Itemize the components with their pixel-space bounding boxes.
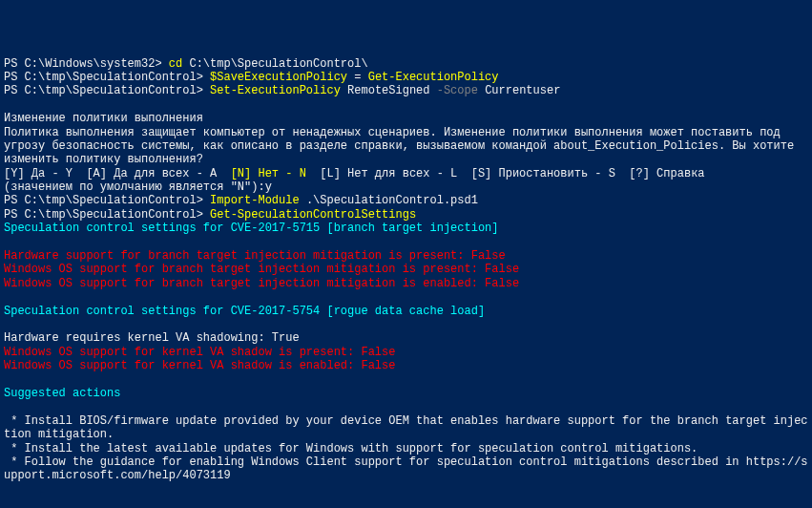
terminal-line: Hardware support for branch target injec… [4, 249, 808, 263]
terminal-line: Hardware requires kernel VA shadowing: T… [4, 331, 808, 345]
terminal-line [4, 373, 808, 387]
terminal-text: Hardware requires kernel VA shadowing: T… [4, 331, 300, 345]
terminal-line: угрозу безопасность системы, как описано… [4, 139, 808, 153]
terminal-line: (значением по умолчанию является "N"):y [4, 180, 808, 194]
terminal-text: -Scope [437, 84, 485, 97]
terminal-text: PS C:\tmp\SpeculationControl> [4, 71, 210, 84]
terminal-text: RemoteSigned [347, 84, 437, 97]
terminal-text: = [354, 71, 367, 84]
terminal-line [4, 98, 808, 112]
terminal-text: PS C:\tmp\SpeculationControl> [4, 208, 210, 222]
terminal-line: Изменение политики выполнения [4, 112, 808, 125]
terminal-line: Windows OS support for branch target inj… [4, 263, 808, 276]
terminal-line: PS C:\tmp\SpeculationControl> Set-Execut… [4, 84, 808, 97]
terminal-text: Speculation control settings for CVE-201… [4, 305, 485, 318]
terminal-text: Speculation control settings for CVE-201… [4, 222, 498, 235]
terminal-text: угрозу безопасность системы, как описано… [4, 139, 794, 153]
terminal-text: * Follow the guidance for enabling Windo… [4, 455, 808, 482]
terminal-text: Set-ExecutionPolicy [210, 84, 347, 97]
terminal-line: PS C:\Windows\system32> cd C:\tmp\Specul… [4, 57, 808, 71]
terminal-line [4, 236, 808, 249]
terminal-line: Windows OS support for branch target inj… [4, 277, 808, 290]
terminal-line: * Install BIOS/firmware update provided … [4, 414, 808, 442]
terminal-line: PS C:\tmp\SpeculationControl> $SaveExecu… [4, 71, 808, 84]
terminal-text: изменить политику выполнения? [4, 153, 203, 166]
terminal-text: PS C:\Windows\system32> [4, 57, 169, 71]
terminal-line: Suggested actions [4, 387, 808, 400]
terminal-line [4, 497, 808, 508]
terminal-text: * Install BIOS/firmware update provided … [4, 414, 808, 441]
terminal-line [4, 318, 808, 331]
terminal-text: Windows OS support for kernel VA shadow … [4, 346, 395, 359]
terminal-line: [Y] Да - Y [A] Да для всех - A [N] Нет -… [4, 167, 808, 180]
terminal-line: * Install the latest available updates f… [4, 442, 808, 455]
terminal-text: PS C:\tmp\SpeculationControl> [4, 84, 210, 97]
terminal-line [4, 290, 808, 304]
terminal-text: Get-ExecutionPolicy [368, 71, 499, 84]
terminal-line: * Follow the guidance for enabling Windo… [4, 455, 808, 483]
terminal-text: .\SpeculationControl.psd1 [306, 194, 478, 207]
terminal-text: Windows OS support for branch target inj… [4, 263, 519, 276]
terminal-text: Windows OS support for kernel VA shadow … [4, 359, 395, 372]
terminal-text: Hardware support for branch target injec… [4, 249, 506, 263]
terminal-text: Get-SpeculationControlSettings [210, 208, 416, 222]
terminal-line: Windows OS support for kernel VA shadow … [4, 346, 808, 359]
terminal-text: Import-Module [210, 194, 306, 207]
terminal-text: Изменение политики выполнения [4, 112, 203, 125]
terminal-line: Speculation control settings for CVE-201… [4, 305, 808, 318]
terminal-line: Политика выполнения защищает компьютер о… [4, 126, 808, 139]
terminal-line: PS C:\tmp\SpeculationControl> Import-Mod… [4, 194, 808, 207]
terminal-text: Windows OS support for branch target inj… [4, 277, 519, 290]
terminal-text: [N] Нет - N [231, 167, 306, 180]
terminal-line [4, 400, 808, 413]
powershell-terminal[interactable]: PS C:\Windows\system32> cd C:\tmp\Specul… [4, 57, 808, 508]
terminal-text: Currentuser [485, 84, 560, 97]
terminal-text: C:\tmp\SpeculationControl\ [189, 57, 367, 71]
terminal-line: Windows OS support for kernel VA shadow … [4, 359, 808, 372]
terminal-text: [Y] Да - Y [A] Да для всех - A [4, 167, 231, 180]
terminal-text: (значением по умолчанию является "N"):y [4, 180, 272, 194]
terminal-text: Suggested actions [4, 387, 120, 400]
terminal-text: cd [169, 57, 190, 71]
terminal-text: PS C:\tmp\SpeculationControl> [4, 194, 210, 207]
terminal-text: [L] Нет для всех - L [S] Приостановить -… [306, 167, 705, 180]
terminal-line: PS C:\tmp\SpeculationControl> Get-Specul… [4, 208, 808, 222]
terminal-line: Speculation control settings for CVE-201… [4, 222, 808, 235]
terminal-line [4, 483, 808, 497]
terminal-text: $SaveExecutionPolicy [210, 71, 354, 84]
terminal-text: Политика выполнения защищает компьютер о… [4, 126, 781, 139]
terminal-text: * Install the latest available updates f… [4, 442, 697, 455]
terminal-line: изменить политику выполнения? [4, 153, 808, 166]
